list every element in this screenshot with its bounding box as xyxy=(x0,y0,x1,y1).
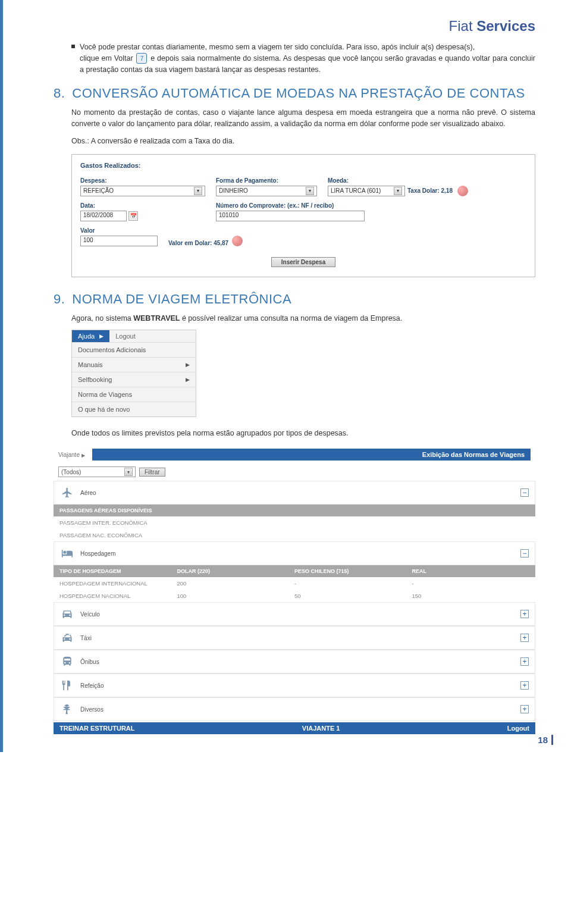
dropdown-arrow-icon: ▾ xyxy=(306,187,314,195)
todos-select[interactable]: (Todos) ▾ xyxy=(58,466,136,477)
section-9-num: 9. xyxy=(54,292,65,307)
calendar-icon[interactable]: 📅 xyxy=(128,211,138,221)
hospedagem-cols: TIPO DE HOSPEDAGEM DOLAR (220) PESO CHIL… xyxy=(54,565,535,577)
section-8-p2: Obs.: A conversão é realizada com a Taxa… xyxy=(71,136,535,147)
category-refeicao[interactable]: Refeição + xyxy=(54,674,535,697)
footer-mid: VIAJANTE 1 xyxy=(135,725,507,732)
forma-label: Forma de Pagamento: xyxy=(216,177,317,184)
section-9-title: NORMA DE VIAGEM ELETRÔNICA xyxy=(72,292,291,307)
despesa-value: REFEIÇÃO xyxy=(83,187,114,194)
category-label: Diversos xyxy=(80,706,103,713)
category-label: Táxi xyxy=(80,635,92,641)
cell: 100 xyxy=(177,593,295,599)
comprov-input[interactable]: 101010 xyxy=(216,211,365,221)
valor-input[interactable]: 100 xyxy=(80,236,158,246)
menu-top-row: Ajuda ▶ Logout xyxy=(72,330,196,342)
menu-ajuda-item[interactable]: Ajuda ▶ xyxy=(72,330,109,342)
menu-logout-item[interactable]: Logout xyxy=(109,330,142,342)
category-onibus[interactable]: Ônibus + xyxy=(54,650,535,674)
dropdown-arrow-icon: ▾ xyxy=(124,468,133,476)
filtrar-button[interactable]: Filtrar xyxy=(139,468,165,477)
col-label: REAL xyxy=(412,568,530,574)
section-8-heading: 8. CONVERSÃO AUTOMÁTICA DE MOEDAS NA PRE… xyxy=(54,86,535,101)
help-menu-screenshot: Ajuda ▶ Logout Documentos Adicionais Man… xyxy=(71,330,196,417)
aereo-row-2: PASSAGEM NAC. ECONÔMICA xyxy=(54,529,535,541)
despesa-select[interactable]: REFEIÇÃO ▾ xyxy=(80,186,205,196)
moeda-select[interactable]: LIRA TURCA (601) ▾ xyxy=(328,186,405,196)
hospedagem-row-1: HOSPEDAGEM INTERNACIONAL 200 - - xyxy=(54,577,535,590)
taxi-icon xyxy=(60,631,74,644)
section-9-heading: 9. NORMA DE VIAGEM ELETRÔNICA xyxy=(54,292,535,307)
category-taxi[interactable]: Táxi + xyxy=(54,626,535,650)
menu-item-novo[interactable]: O que há de novo xyxy=(72,402,196,416)
bullet-icon xyxy=(71,45,75,48)
brand-header: Fiat Services xyxy=(54,18,535,35)
section-9-p2: Onde todos os limites previstos pela nor… xyxy=(71,428,535,439)
comprov-label: Número do Comprovate: (ex.: NF / recibo) xyxy=(216,202,365,209)
bus-icon xyxy=(60,655,74,668)
food-icon xyxy=(60,679,74,692)
dropdown-arrow-icon: ▾ xyxy=(194,187,202,195)
menu-label: Selfbooking xyxy=(78,376,112,383)
collapse-icon[interactable]: − xyxy=(520,549,529,557)
category-label: Refeição xyxy=(80,682,103,689)
brand-bold: Services xyxy=(476,18,535,34)
data-input[interactable]: 18/02/2008 xyxy=(80,211,127,221)
collapse-icon[interactable]: − xyxy=(520,488,529,497)
row-label: PASSAGEM INTER. ECONÔMICA xyxy=(59,519,529,526)
category-label: Ônibus xyxy=(80,659,99,665)
section-9-p1: Agora, no sistema WEBTRAVEL é possível r… xyxy=(71,313,535,324)
viajante-menu[interactable]: Viajante ▶ xyxy=(58,452,85,458)
category-veiculo[interactable]: Veículo + xyxy=(54,602,535,626)
normas-screenshot: Viajante ▶ Exibição das Normas de Viagen… xyxy=(54,446,535,734)
plane-icon xyxy=(60,486,74,499)
dropdown-arrow-icon: ▾ xyxy=(394,187,402,195)
menu-item-manuais[interactable]: Manuais ▶ xyxy=(72,357,196,372)
brand-light: Fiat xyxy=(449,18,473,34)
section-9-p1b: é possível realizar uma consulta na norm… xyxy=(180,314,402,322)
menu-label: O que há de novo xyxy=(78,406,130,413)
section-8-num: 8. xyxy=(54,86,65,101)
category-label: Aéreo xyxy=(80,490,96,496)
col-label: TIPO DE HOSPEDAGEM xyxy=(59,568,177,574)
category-aereo[interactable]: Aéreo − xyxy=(54,481,535,505)
valor-label: Valor xyxy=(80,227,158,234)
footer-logout[interactable]: Logout xyxy=(507,725,529,732)
normas-footer: TREINAR ESTRUTURAL VIAJANTE 1 Logout xyxy=(54,722,535,734)
moeda-value: LIRA TURCA (601) xyxy=(331,187,381,194)
hospedagem-row-2: HOSPEDAGEM NACIONAL 100 50 150 xyxy=(54,590,535,602)
data-label: Data: xyxy=(80,202,146,209)
inserir-despesa-button[interactable]: Inserir Despesa xyxy=(271,257,336,267)
forma-select[interactable]: DINHEIRO ▾ xyxy=(216,186,317,196)
page-number: 18 xyxy=(538,735,553,745)
section-8-p1: No momento da prestação de contas, caso … xyxy=(71,107,535,130)
expand-icon[interactable]: + xyxy=(520,634,529,642)
arrow-right-icon: ▶ xyxy=(186,362,190,368)
subhead-label: PASSAGENS AÉREAS DISPONÍVEIS xyxy=(59,508,529,513)
expand-icon[interactable]: + xyxy=(520,705,529,713)
menu-item-documentos[interactable]: Documentos Adicionais xyxy=(72,342,196,357)
category-diversos[interactable]: Diversos + xyxy=(54,697,535,721)
menu-item-selfbooking[interactable]: Selfbooking ▶ xyxy=(72,372,196,387)
viajante-label: Viajante xyxy=(58,452,80,458)
cell: 200 xyxy=(177,580,295,587)
menu-label: Norma de Viagens xyxy=(78,391,132,398)
moeda-label: Moeda: xyxy=(328,177,482,184)
cell: HOSPEDAGEM NACIONAL xyxy=(59,593,177,599)
menu-label: Manuais xyxy=(78,361,103,368)
footer-left: TREINAR ESTRUTURAL xyxy=(59,725,135,732)
bullet-paragraph: Você pode prestar contas diariamente, me… xyxy=(71,42,535,75)
page-content: Fiat Services Você pode prestar contas d… xyxy=(0,0,571,752)
expand-icon[interactable]: + xyxy=(520,681,529,690)
cell: 150 xyxy=(412,593,530,599)
col-label: DOLAR (220) xyxy=(177,568,295,574)
expand-icon[interactable]: + xyxy=(520,610,529,618)
menu-item-norma[interactable]: Norma de Viagens xyxy=(72,387,196,402)
todos-value: (Todos) xyxy=(61,469,81,475)
normas-banner: Exibição das Normas de Viagens xyxy=(92,449,531,461)
arrow-right-icon: ▶ xyxy=(81,453,85,458)
category-hospedagem[interactable]: Hospedagem − xyxy=(54,541,535,565)
valor-dolar-label: Valor em Dolar: 45,87 xyxy=(168,240,228,246)
cell: - xyxy=(294,580,412,587)
expand-icon[interactable]: + xyxy=(520,657,529,666)
